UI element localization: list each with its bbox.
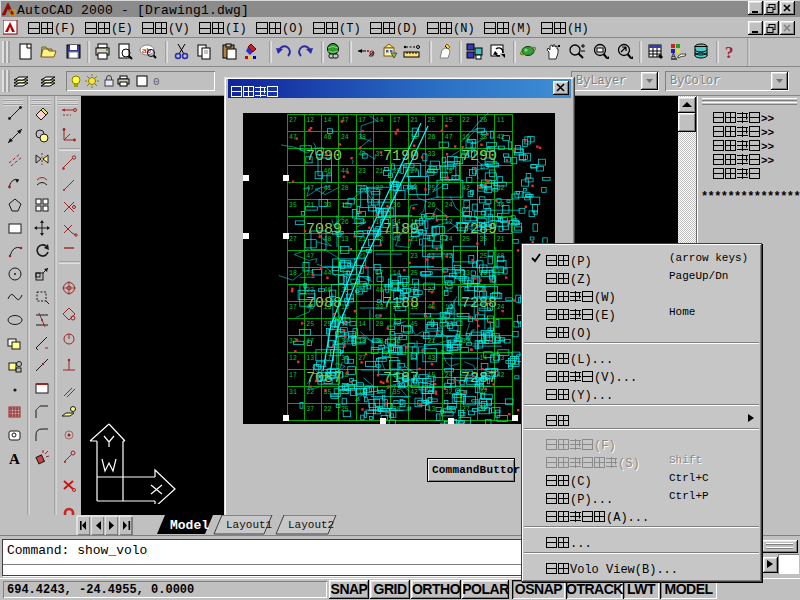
svg-text:37: 37: [306, 406, 314, 413]
svg-text:17: 17: [358, 117, 366, 124]
svg-text:33: 33: [462, 270, 470, 277]
svg-text:23: 23: [358, 168, 366, 175]
svg-text:A: A: [671, 52, 676, 59]
svg-text:47: 47: [306, 253, 314, 260]
svg-text:45: 45: [410, 321, 418, 328]
svg-text:7089: 7089: [306, 221, 342, 238]
svg-text:22: 22: [324, 406, 332, 413]
svg-text:17: 17: [393, 117, 401, 124]
svg-text:27: 27: [410, 168, 418, 175]
svg-text:18: 18: [289, 270, 297, 277]
svg-text:12: 12: [289, 355, 297, 362]
svg-text:42: 42: [497, 134, 505, 141]
svg-text:?: ?: [725, 43, 734, 62]
svg-text:11: 11: [497, 117, 505, 124]
svg-text:33: 33: [428, 151, 436, 158]
svg-text:17: 17: [289, 372, 297, 379]
svg-text:12: 12: [306, 117, 314, 124]
svg-text:13: 13: [341, 236, 349, 243]
svg-text:48: 48: [376, 287, 384, 294]
svg-text:23: 23: [410, 253, 418, 260]
svg-text:27: 27: [289, 117, 297, 124]
svg-text:14: 14: [324, 117, 332, 124]
svg-text:14: 14: [358, 321, 366, 328]
svg-text:38: 38: [358, 134, 366, 141]
svg-text:25: 25: [341, 406, 349, 413]
svg-text:28: 28: [393, 406, 401, 413]
svg-text:46: 46: [324, 134, 332, 141]
svg-text:27: 27: [289, 236, 297, 243]
svg-text:21: 21: [410, 117, 418, 124]
svg-text:27: 27: [358, 355, 366, 362]
svg-text:21: 21: [306, 202, 314, 209]
svg-text:22: 22: [462, 117, 470, 124]
svg-text:0: 0: [153, 76, 160, 88]
svg-text:32: 32: [445, 389, 453, 396]
svg-text:24: 24: [445, 236, 453, 243]
svg-text:28: 28: [376, 321, 384, 328]
svg-text:47: 47: [445, 134, 453, 141]
svg-text:26: 26: [341, 219, 349, 226]
svg-text:42: 42: [410, 389, 418, 396]
svg-text:37: 37: [289, 304, 297, 311]
svg-text:26: 26: [428, 134, 436, 141]
svg-text:21: 21: [497, 236, 505, 243]
svg-text:43: 43: [428, 355, 436, 362]
svg-text:17: 17: [306, 338, 314, 345]
svg-text:26: 26: [428, 202, 436, 209]
svg-text:21: 21: [376, 168, 384, 175]
svg-text:24: 24: [445, 202, 453, 209]
svg-text:ab: ab: [142, 46, 151, 55]
svg-text:15: 15: [341, 202, 349, 209]
svg-text:25: 25: [306, 321, 314, 328]
svg-text:13: 13: [497, 355, 505, 362]
svg-text:A: A: [9, 451, 20, 467]
svg-text:35: 35: [289, 202, 297, 209]
svg-text:31: 31: [289, 389, 297, 396]
svg-text:28: 28: [341, 185, 349, 192]
svg-text:22: 22: [306, 389, 314, 396]
svg-text:26: 26: [479, 117, 487, 124]
svg-text:25: 25: [479, 253, 487, 260]
svg-text:13: 13: [306, 355, 314, 362]
svg-text:15: 15: [445, 117, 453, 124]
svg-text:14: 14: [393, 270, 401, 277]
svg-text:24: 24: [341, 134, 349, 141]
svg-text:25: 25: [410, 270, 418, 277]
svg-text:47: 47: [306, 185, 314, 192]
svg-text:25: 25: [428, 117, 436, 124]
svg-text:42: 42: [462, 185, 470, 192]
